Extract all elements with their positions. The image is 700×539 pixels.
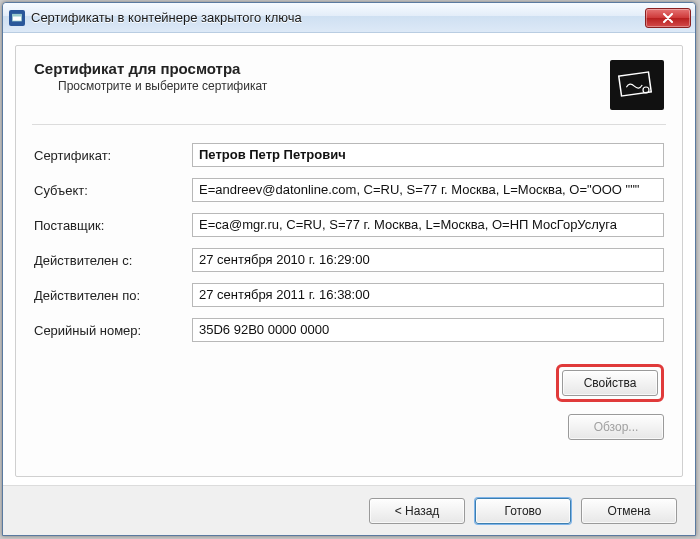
wizard-button-bar: < Назад Готово Отмена (3, 485, 695, 535)
dialog-window: Сертификаты в контейнере закрытого ключа… (2, 2, 696, 536)
content-panel: Сертификат для просмотра Просмотрите и в… (15, 45, 683, 477)
certificate-details: Сертификат: Петров Петр Петрович Субъект… (34, 143, 664, 342)
svg-rect-1 (13, 14, 22, 16)
label-subject: Субъект: (34, 183, 184, 198)
label-serial: Серийный номер: (34, 323, 184, 338)
field-serial[interactable]: 35D6 92B0 0000 0000 (192, 318, 664, 342)
label-certificate: Сертификат: (34, 148, 184, 163)
browse-button[interactable]: Обзор... (568, 414, 664, 440)
field-certificate[interactable]: Петров Петр Петрович (192, 143, 664, 167)
highlight-properties: Свойства (556, 364, 664, 402)
close-button[interactable] (645, 8, 691, 28)
finish-button[interactable]: Готово (475, 498, 571, 524)
label-valid-from: Действителен с: (34, 253, 184, 268)
label-issuer: Поставщик: (34, 218, 184, 233)
page-subtitle: Просмотрите и выберите сертификат (34, 79, 600, 93)
field-issuer[interactable]: E=ca@mgr.ru, C=RU, S=77 г. Москва, L=Мос… (192, 213, 664, 237)
window-title: Сертификаты в контейнере закрытого ключа (31, 10, 645, 25)
titlebar[interactable]: Сертификаты в контейнере закрытого ключа (3, 3, 695, 33)
field-valid-to[interactable]: 27 сентября 2011 г. 16:38:00 (192, 283, 664, 307)
page-title: Сертификат для просмотра (34, 60, 600, 77)
certificate-icon (610, 60, 664, 110)
cancel-button[interactable]: Отмена (581, 498, 677, 524)
app-icon (9, 10, 25, 26)
back-button[interactable]: < Назад (369, 498, 465, 524)
label-valid-to: Действителен по: (34, 288, 184, 303)
divider (32, 124, 666, 125)
field-subject[interactable]: E=andreev@datonline.com, C=RU, S=77 г. М… (192, 178, 664, 202)
field-valid-from[interactable]: 27 сентября 2010 г. 16:29:00 (192, 248, 664, 272)
properties-button[interactable]: Свойства (562, 370, 658, 396)
